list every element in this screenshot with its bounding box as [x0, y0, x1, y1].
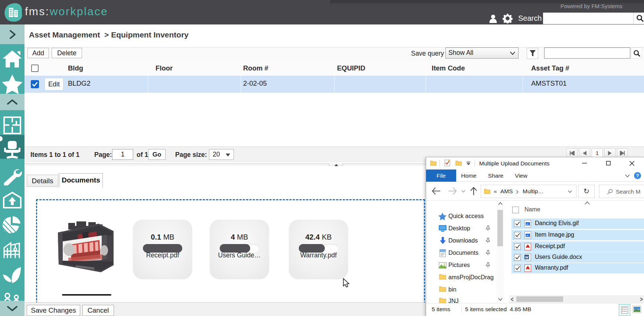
svg-text:?: ? [636, 173, 639, 178]
svg-text:W: W [525, 256, 529, 259]
